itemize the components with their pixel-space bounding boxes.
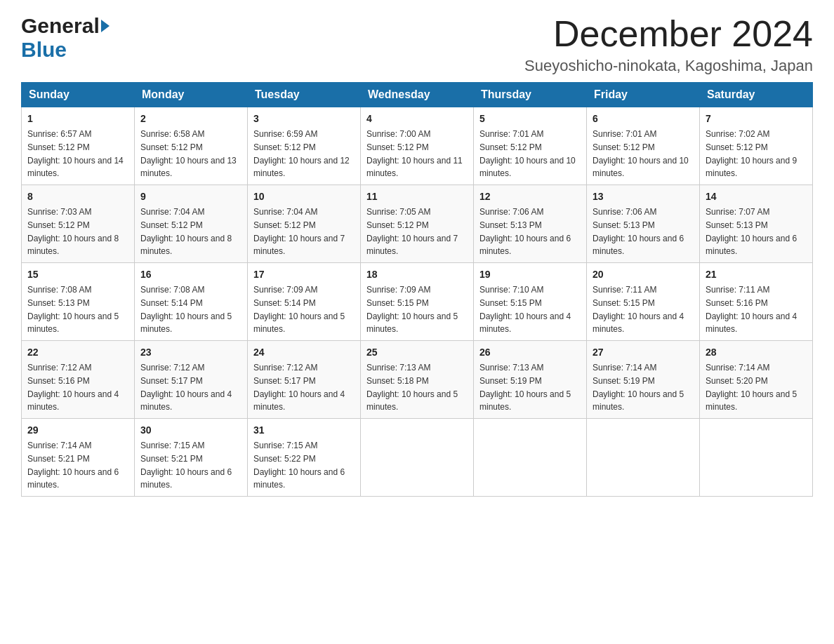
logo-triangle-icon [101,20,110,32]
day-number: 1 [27,112,128,126]
day-daylight: Daylight: 10 hours and 8 minutes. [27,234,119,257]
day-number: 21 [706,267,807,282]
day-daylight: Daylight: 10 hours and 5 minutes. [140,311,232,335]
day-daylight: Daylight: 10 hours and 5 minutes. [27,311,119,335]
logo: General Blue [21,14,110,62]
day-sunset: Sunset: 5:12 PM [27,142,90,152]
calendar-cell [361,419,474,497]
day-sunset: Sunset: 5:21 PM [27,454,90,464]
day-number: 26 [479,345,581,360]
day-sunrise: Sunrise: 7:10 AM [479,285,543,295]
day-sunrise: Sunrise: 7:02 AM [706,129,769,139]
day-number: 24 [253,345,355,360]
day-daylight: Daylight: 10 hours and 5 minutes. [366,311,458,335]
calendar-cell [587,419,700,497]
day-daylight: Daylight: 10 hours and 8 minutes. [140,234,232,257]
day-daylight: Daylight: 10 hours and 9 minutes. [706,156,797,179]
day-daylight: Daylight: 10 hours and 5 minutes. [593,389,684,412]
calendar-cell: 23 Sunrise: 7:12 AM Sunset: 5:17 PM Dayl… [135,341,248,419]
calendar-cell: 11 Sunrise: 7:05 AM Sunset: 5:12 PM Dayl… [361,185,474,263]
day-daylight: Daylight: 10 hours and 5 minutes. [706,389,797,412]
day-number: 23 [140,345,241,360]
day-daylight: Daylight: 10 hours and 11 minutes. [366,156,463,179]
day-daylight: Daylight: 10 hours and 4 minutes. [706,311,797,335]
day-sunrise: Sunrise: 7:15 AM [140,441,204,450]
day-sunrise: Sunrise: 7:04 AM [140,207,204,217]
day-sunrise: Sunrise: 7:12 AM [27,363,91,373]
day-sunrise: Sunrise: 7:04 AM [253,207,317,217]
day-number: 3 [253,112,355,126]
calendar-cell: 24 Sunrise: 7:12 AM Sunset: 5:17 PM Dayl… [248,341,361,419]
day-sunset: Sunset: 5:12 PM [140,142,203,152]
day-sunrise: Sunrise: 7:06 AM [479,207,543,217]
day-number: 6 [593,112,694,126]
calendar-cell: 28 Sunrise: 7:14 AM Sunset: 5:20 PM Dayl… [700,341,813,419]
day-number: 31 [253,423,355,438]
day-sunrise: Sunrise: 7:01 AM [593,129,656,139]
calendar-week-row: 8 Sunrise: 7:03 AM Sunset: 5:12 PM Dayli… [22,185,813,263]
day-sunrise: Sunrise: 7:13 AM [479,363,543,373]
day-number: 15 [27,267,128,282]
day-sunset: Sunset: 5:15 PM [479,298,542,308]
weekday-header-sunday: Sunday [22,83,135,107]
day-sunset: Sunset: 5:14 PM [140,298,203,308]
weekday-header-monday: Monday [135,83,248,107]
calendar-cell: 10 Sunrise: 7:04 AM Sunset: 5:12 PM Dayl… [248,185,361,263]
day-sunrise: Sunrise: 7:05 AM [366,207,430,217]
day-daylight: Daylight: 10 hours and 6 minutes. [593,234,684,257]
day-sunrise: Sunrise: 7:15 AM [253,441,317,450]
day-sunset: Sunset: 5:17 PM [140,376,203,386]
day-number: 27 [593,345,694,360]
day-number: 2 [140,112,241,126]
day-number: 10 [253,189,355,204]
calendar-cell: 14 Sunrise: 7:07 AM Sunset: 5:13 PM Dayl… [700,185,813,263]
day-number: 4 [366,112,468,126]
day-daylight: Daylight: 10 hours and 4 minutes. [27,389,119,412]
day-sunrise: Sunrise: 7:14 AM [27,441,91,450]
weekday-header-friday: Friday [587,83,700,107]
day-sunset: Sunset: 5:13 PM [593,220,655,230]
day-number: 13 [593,189,694,204]
weekday-header-tuesday: Tuesday [248,83,361,107]
calendar-cell: 8 Sunrise: 7:03 AM Sunset: 5:12 PM Dayli… [22,185,135,263]
calendar-cell: 29 Sunrise: 7:14 AM Sunset: 5:21 PM Dayl… [22,419,135,497]
calendar-cell: 26 Sunrise: 7:13 AM Sunset: 5:19 PM Dayl… [474,341,587,419]
day-sunset: Sunset: 5:12 PM [593,142,655,152]
calendar-cell: 2 Sunrise: 6:58 AM Sunset: 5:12 PM Dayli… [135,107,248,185]
day-number: 16 [140,267,241,282]
day-number: 25 [366,345,468,360]
day-number: 18 [366,267,468,282]
day-sunrise: Sunrise: 7:14 AM [706,363,769,373]
day-sunset: Sunset: 5:14 PM [253,298,316,308]
day-daylight: Daylight: 10 hours and 4 minutes. [140,389,232,412]
day-sunrise: Sunrise: 7:07 AM [706,207,769,217]
day-daylight: Daylight: 10 hours and 5 minutes. [366,389,458,412]
day-sunrise: Sunrise: 7:12 AM [140,363,204,373]
weekday-header-wednesday: Wednesday [361,83,474,107]
day-sunrise: Sunrise: 7:09 AM [366,285,430,295]
day-sunset: Sunset: 5:16 PM [706,298,768,308]
day-number: 17 [253,267,355,282]
day-number: 7 [706,112,807,126]
calendar-cell: 21 Sunrise: 7:11 AM Sunset: 5:16 PM Dayl… [700,263,813,341]
calendar-cell: 3 Sunrise: 6:59 AM Sunset: 5:12 PM Dayli… [248,107,361,185]
day-sunrise: Sunrise: 7:03 AM [27,207,91,217]
day-sunrise: Sunrise: 6:58 AM [140,129,204,139]
day-sunrise: Sunrise: 7:01 AM [479,129,543,139]
day-sunrise: Sunrise: 6:57 AM [27,129,91,139]
day-sunset: Sunset: 5:13 PM [27,298,90,308]
day-daylight: Daylight: 10 hours and 4 minutes. [479,311,571,335]
calendar-cell: 25 Sunrise: 7:13 AM Sunset: 5:18 PM Dayl… [361,341,474,419]
day-sunset: Sunset: 5:22 PM [253,454,316,464]
calendar-cell: 30 Sunrise: 7:15 AM Sunset: 5:21 PM Dayl… [135,419,248,497]
calendar-cell: 4 Sunrise: 7:00 AM Sunset: 5:12 PM Dayli… [361,107,474,185]
day-number: 14 [706,189,807,204]
day-sunset: Sunset: 5:15 PM [593,298,655,308]
day-number: 5 [479,112,581,126]
day-daylight: Daylight: 10 hours and 14 minutes. [27,156,124,179]
day-daylight: Daylight: 10 hours and 7 minutes. [253,234,345,257]
calendar-cell: 5 Sunrise: 7:01 AM Sunset: 5:12 PM Dayli… [474,107,587,185]
day-number: 11 [366,189,468,204]
calendar-cell: 16 Sunrise: 7:08 AM Sunset: 5:14 PM Dayl… [135,263,248,341]
day-sunrise: Sunrise: 6:59 AM [253,129,317,139]
